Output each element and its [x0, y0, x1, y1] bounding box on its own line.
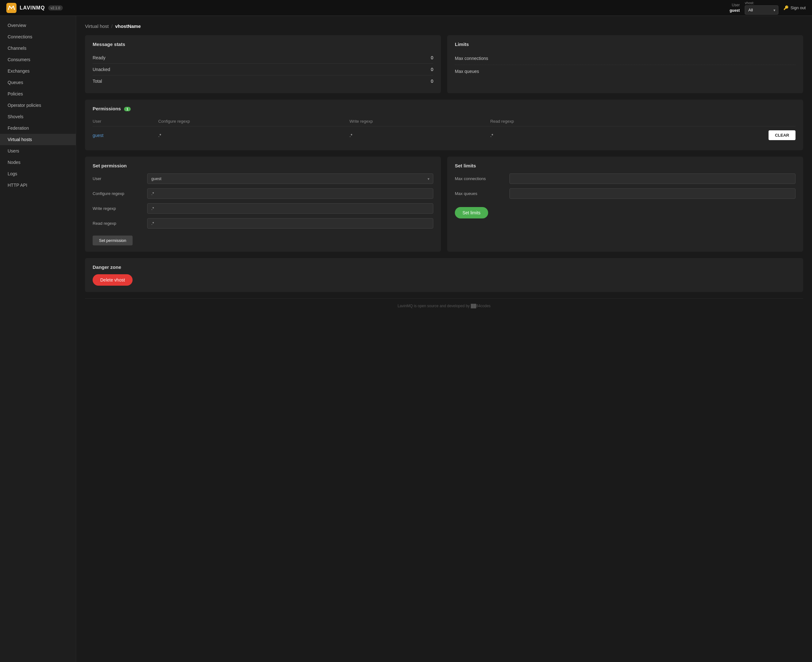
sidebar-item-queues[interactable]: Queues: [0, 77, 76, 88]
sidebar-label-consumers: Consumers: [8, 57, 31, 62]
message-stats-table: Ready 0 Unacked 0 Total 0: [93, 52, 433, 87]
col-user: User: [93, 116, 158, 127]
max-connections-form-row: Max connections: [455, 174, 796, 184]
set-permission-button[interactable]: Set permission: [93, 236, 133, 246]
sidebar-item-http-api[interactable]: HTTP API: [0, 180, 76, 191]
set-permission-card: Set permission User guest Configure rege…: [85, 157, 441, 252]
max-connections-input[interactable]: [510, 174, 796, 184]
guest-link[interactable]: guest: [93, 133, 103, 138]
table-row: guest .* .* .* CLEAR: [93, 127, 796, 144]
vhost-selector-container: vhost: All vhostName: [745, 1, 778, 14]
sidebar-item-federation[interactable]: Federation: [0, 122, 76, 134]
user-info: User guest: [730, 3, 740, 13]
configure-regexp-input[interactable]: [147, 188, 433, 199]
sidebar-item-shovels[interactable]: Shovels: [0, 111, 76, 122]
app-body: Overview Connections Channels Consumers …: [0, 16, 812, 662]
sidebar-item-users[interactable]: Users: [0, 145, 76, 157]
sidebar-item-virtual-hosts[interactable]: Virtual hosts: [0, 134, 76, 145]
danger-zone-title: Danger zone: [93, 264, 796, 270]
sidebar-label-overview: Overview: [8, 23, 26, 28]
max-queues-form-row: Max queues: [455, 188, 796, 199]
delete-vhost-button[interactable]: Delete vhost: [93, 274, 133, 286]
sidebar-label-http-api: HTTP API: [8, 183, 27, 188]
table-row: Total 0: [93, 76, 433, 87]
sidebar-item-policies[interactable]: Policies: [0, 88, 76, 100]
vhost-select-wrapper: All vhostName: [745, 5, 778, 14]
max-queues-input[interactable]: [510, 188, 796, 199]
sign-out-label: Sign out: [790, 5, 806, 10]
configure-form-row: Configure regexp: [93, 188, 433, 199]
unacked-label: Unacked: [93, 64, 391, 76]
danger-zone-card: Danger zone Delete vhost: [85, 258, 803, 292]
message-stats-card: Message stats Ready 0 Unacked 0 Total: [85, 35, 441, 93]
vhost-select[interactable]: All vhostName: [745, 5, 778, 14]
ready-label: Ready: [93, 52, 391, 64]
sidebar-item-nodes[interactable]: Nodes: [0, 157, 76, 168]
user-label: User: [730, 3, 740, 8]
set-limits-button[interactable]: Set limits: [455, 207, 488, 219]
set-limits-title: Set limits: [455, 163, 796, 168]
header-right: User guest vhost: All vhostName 🔑 Sign o…: [730, 1, 806, 14]
sidebar-item-logs[interactable]: Logs: [0, 168, 76, 180]
perm-actions: CLEAR: [633, 127, 796, 144]
configure-form-label: Configure regexp: [93, 191, 143, 196]
perm-read-regexp: .*: [490, 127, 633, 144]
max-queues-form-label: Max queues: [455, 191, 506, 196]
user-form-label: User: [93, 176, 143, 181]
sign-out-button[interactable]: 🔑 Sign out: [783, 5, 806, 10]
sidebar-item-connections[interactable]: Connections: [0, 31, 76, 42]
vhost-label: vhost:: [745, 1, 778, 5]
max-connections-form-label: Max connections: [455, 176, 506, 181]
perm-configure-regexp: .*: [158, 127, 349, 144]
read-regexp-input[interactable]: [147, 218, 433, 228]
table-row: Max connections: [455, 52, 796, 65]
limits-table: Max connections Max queues: [455, 52, 796, 78]
sidebar-label-nodes: Nodes: [8, 160, 20, 165]
set-permission-submit-row: Set permission: [93, 233, 433, 246]
max-queues-label: Max queues: [455, 65, 796, 78]
table-row: Ready 0: [93, 52, 433, 64]
write-form-label: Write regexp: [93, 206, 143, 211]
key-icon: 🔑: [783, 5, 788, 10]
footer-text: LavinMQ is open source and developed by: [397, 304, 470, 308]
col-actions: [633, 116, 796, 127]
clear-button[interactable]: CLEAR: [769, 130, 796, 140]
sidebar-label-federation: Federation: [8, 125, 29, 131]
message-stats-title: Message stats: [93, 42, 433, 47]
set-permission-title: Set permission: [93, 163, 433, 168]
limits-title: Limits: [455, 42, 796, 47]
sidebar-item-exchanges[interactable]: Exchanges: [0, 65, 76, 77]
sidebar-label-logs: Logs: [8, 171, 17, 176]
table-row: Unacked 0: [93, 64, 433, 76]
sidebar-item-consumers[interactable]: Consumers: [0, 54, 76, 65]
permissions-table: User Configure regexp Write regexp Read …: [93, 116, 796, 144]
logo-text: LAVINMQ: [20, 5, 45, 11]
user-select[interactable]: guest: [147, 174, 433, 184]
lavinmq-logo-icon: [6, 3, 16, 13]
sidebar-item-overview[interactable]: Overview: [0, 20, 76, 31]
permissions-title: Permissions 1: [93, 106, 796, 111]
sidebar-label-shovels: Shovels: [8, 114, 24, 119]
set-limits-form: Max connections Max queues Set limits: [455, 174, 796, 219]
col-configure-regexp: Configure regexp: [158, 116, 349, 127]
sidebar-label-connections: Connections: [8, 34, 32, 39]
breadcrumb-current: vhostName: [115, 24, 141, 29]
set-limits-submit-row: Set limits: [455, 203, 796, 219]
perm-write-regexp: .*: [349, 127, 490, 144]
col-write-regexp: Write regexp: [349, 116, 490, 127]
sidebar-item-channels[interactable]: Channels: [0, 42, 76, 54]
breadcrumb: Virtual host / vhostName: [85, 24, 803, 29]
table-row: Max queues: [455, 65, 796, 78]
write-regexp-input[interactable]: [147, 203, 433, 214]
breadcrumb-parent: Virtual host: [85, 24, 109, 29]
sidebar-label-policies: Policies: [8, 91, 23, 96]
permissions-badge: 1: [124, 107, 130, 111]
total-value: 0: [391, 76, 433, 87]
sidebar-label-operator-policies: Operator policies: [8, 103, 41, 108]
set-limits-card: Set limits Max connections Max queues Se…: [447, 157, 803, 252]
top-row: Message stats Ready 0 Unacked 0 Total: [85, 35, 803, 100]
sidebar-item-operator-policies[interactable]: Operator policies: [0, 100, 76, 111]
write-form-row: Write regexp: [93, 203, 433, 214]
permissions-card: Permissions 1 User Configure regexp Writ…: [85, 100, 803, 150]
sidebar-label-channels: Channels: [8, 46, 26, 51]
